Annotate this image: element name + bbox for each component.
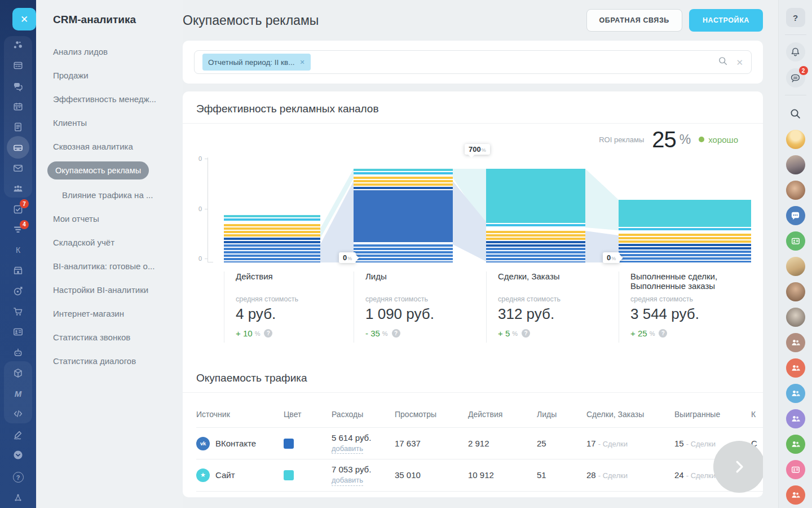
- series-color-swatch: [284, 470, 294, 480]
- sidebar-item-warehouse[interactable]: Складской учёт: [36, 230, 183, 254]
- marketplace-icon[interactable]: [0, 260, 36, 281]
- hint-icon[interactable]: ?: [264, 329, 272, 338]
- sidebar-item-sales[interactable]: Продажи: [36, 63, 183, 87]
- messenger-icon[interactable]: [0, 76, 36, 97]
- table-row-site[interactable]: ★Сайт 7 053 руб.добавить 35 010 10 912 5…: [196, 459, 763, 491]
- add-spend-link[interactable]: добавить: [332, 444, 363, 454]
- group-avatar[interactable]: [786, 358, 805, 378]
- tasks-icon[interactable]: 7: [0, 199, 36, 219]
- crm-card-icon[interactable]: [0, 322, 36, 342]
- sign-pen-icon[interactable]: [0, 424, 36, 445]
- settings-button[interactable]: НАСТРОЙКА: [689, 9, 763, 32]
- tasks-badge: 7: [20, 199, 29, 208]
- divider: [785, 34, 806, 35]
- hint-icon[interactable]: ?: [659, 329, 667, 338]
- funnel-bar-completed[interactable]: [619, 200, 751, 262]
- avatar[interactable]: [786, 181, 805, 200]
- integrations-icon[interactable]: [0, 488, 36, 508]
- site-icon: ★: [196, 468, 210, 482]
- avatar[interactable]: [786, 308, 805, 327]
- roi-label: ROI рекламы: [599, 135, 644, 144]
- col-source: Источник: [196, 393, 284, 428]
- contacts-group-icon[interactable]: [0, 178, 36, 199]
- contact-card-avatar[interactable]: [786, 231, 805, 251]
- sidebar-item-bi-settings[interactable]: Настройки BI-аналитики: [36, 278, 183, 301]
- funnel-bar-deals[interactable]: [486, 169, 585, 262]
- mail-icon[interactable]: [0, 158, 36, 178]
- hint-icon[interactable]: ?: [522, 329, 530, 338]
- leads-value: 51: [537, 459, 586, 491]
- sidebar-item-bi-ready[interactable]: BI-аналитика: готовые о...: [36, 254, 183, 278]
- search-icon[interactable]: [789, 108, 801, 122]
- storage-icon[interactable]: [0, 137, 36, 157]
- group-chat-avatar[interactable]: [786, 206, 805, 225]
- developers-code-icon[interactable]: [0, 404, 36, 424]
- y-tick-0: 0: [189, 155, 202, 162]
- moysklad-icon[interactable]: M: [0, 383, 36, 404]
- clear-filter-icon[interactable]: ✕: [736, 58, 743, 67]
- kanban-icon[interactable]: [0, 55, 36, 76]
- sidebar-item-lead-analysis[interactable]: Анализ лидов: [36, 40, 183, 63]
- sidebar-item-clients[interactable]: Клиенты: [36, 111, 183, 134]
- deals-note: - Сделки: [598, 471, 628, 480]
- stage-stat-completed: Выполненные сделки, Выполненные заказы с…: [619, 271, 752, 343]
- group-avatar[interactable]: [786, 409, 805, 428]
- k-service-icon[interactable]: К: [0, 240, 36, 260]
- conversion-tooltip-0a: 0%: [339, 252, 356, 263]
- group-avatar[interactable]: [786, 435, 805, 454]
- report-period-chip[interactable]: Отчетный период: II кв... ✕: [202, 54, 311, 71]
- warehouse-cube-icon[interactable]: [0, 363, 36, 383]
- contact-card-avatar[interactable]: [786, 460, 805, 479]
- chip-close-icon[interactable]: ✕: [299, 59, 304, 66]
- filter-search-input[interactable]: Отчетный период: II кв... ✕ ✕: [194, 50, 752, 74]
- close-sidebar-button[interactable]: ✕: [12, 8, 36, 30]
- group-avatar[interactable]: [786, 333, 805, 352]
- scroll-right-button[interactable]: [713, 441, 763, 493]
- avatar[interactable]: [786, 155, 805, 174]
- shop-cart-icon[interactable]: [0, 301, 36, 322]
- col-deals: Сделки, Заказы: [586, 393, 674, 428]
- avatar[interactable]: [786, 282, 805, 301]
- deals-badge: 4: [20, 220, 29, 229]
- sidebar-item-call-stats[interactable]: Статистика звонков: [36, 325, 183, 349]
- documents-icon[interactable]: [0, 117, 36, 137]
- sidebar-item-manager-efficiency[interactable]: Эффективность менедж...: [36, 87, 183, 111]
- bot-icon[interactable]: [0, 342, 36, 362]
- contact-card-icon: [791, 465, 801, 475]
- hint-icon[interactable]: ?: [392, 329, 400, 338]
- notifications-bell-icon[interactable]: [786, 42, 805, 62]
- help-icon[interactable]: ?: [0, 467, 36, 487]
- close-icon: ✕: [20, 14, 28, 25]
- feedback-button[interactable]: ОБРАТНАЯ СВЯЗЬ: [586, 9, 682, 32]
- network-icon[interactable]: [0, 35, 36, 55]
- group-avatar[interactable]: [786, 384, 805, 403]
- dialogs-icon[interactable]: 2: [786, 68, 805, 87]
- table-header-row: Источник Цвет Расходы Просмотры Действия…: [196, 393, 763, 428]
- group-avatar[interactable]: [786, 485, 805, 505]
- conversion-tooltip-700: 700%: [465, 144, 490, 155]
- sidebar-item-traffic-influence[interactable]: Влияние трафика на ...: [36, 183, 183, 207]
- page-title: Окупаемость рекламы: [183, 13, 319, 28]
- traffic-table: Источник Цвет Расходы Просмотры Действия…: [196, 393, 763, 492]
- table-row-vk[interactable]: vkВКонтакте 5 614 руб.добавить 17 637 2 …: [196, 428, 763, 459]
- sidebar-item-end-to-end-analytics[interactable]: Сквозная аналитика: [36, 134, 183, 158]
- people-pair-icon: [791, 388, 801, 398]
- funnel-bar-leads[interactable]: [354, 169, 453, 262]
- avatar[interactable]: [786, 257, 805, 276]
- calendar-icon[interactable]: [0, 97, 36, 117]
- stage-stat-leads: Лиды средняя стоимость 1 090 руб. - 35%?: [354, 271, 475, 343]
- funnel-bar-actions[interactable]: [224, 215, 320, 262]
- won-note: - Сделки: [686, 471, 716, 480]
- sidebar-item-my-reports[interactable]: Мои отчеты: [36, 207, 183, 230]
- sidebar-item-ad-payback[interactable]: Окупаемость рекламы: [36, 158, 183, 183]
- sales-funnel-icon[interactable]: 4: [0, 220, 36, 240]
- help-button[interactable]: ?: [786, 8, 805, 27]
- sidebar-item-online-store[interactable]: Интернет-магазин: [36, 301, 183, 325]
- avatar[interactable]: [786, 130, 805, 149]
- add-spend-link[interactable]: добавить: [332, 476, 363, 485]
- sidebar-item-dialog-stats[interactable]: Статистика диалогов: [36, 349, 183, 373]
- sidebar-nav: Анализ лидов Продажи Эффективность менед…: [36, 40, 183, 373]
- goals-icon[interactable]: [0, 281, 36, 301]
- search-icon[interactable]: [718, 56, 728, 68]
- collapse-icon[interactable]: [0, 445, 36, 465]
